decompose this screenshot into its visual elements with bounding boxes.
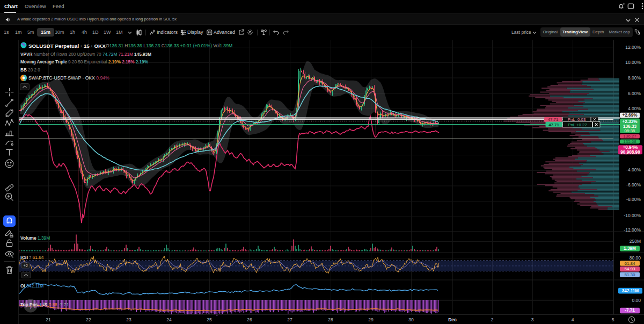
svg-text:28: 28 — [328, 317, 333, 322]
svg-text:BB 20 2 0: BB 20 2 0 — [20, 68, 40, 73]
svg-text:25: 25 — [207, 317, 212, 322]
svg-text:136.27: 136.27 — [623, 134, 636, 139]
svg-text:1.39M: 1.39M — [624, 246, 636, 251]
svg-text:PnL -0.03: PnL -0.03 — [568, 117, 586, 122]
svg-text:135.68: 135.68 — [623, 139, 636, 144]
svg-text:21: 21 — [46, 317, 51, 322]
svg-text:Dec: Dec — [448, 317, 457, 322]
svg-text:0.00: 0.00 — [632, 298, 641, 303]
svg-text:-4.00%: -4.00% — [626, 167, 641, 172]
svg-text:6.00%: 6.00% — [628, 91, 641, 96]
svg-text:61.84: 61.84 — [624, 261, 635, 266]
svg-text:SOLUSDT Perpetual · 15 · OKX: SOLUSDT Perpetual · 15 · OKX — [28, 43, 106, 49]
svg-text:2: 2 — [491, 317, 494, 322]
svg-text:-10.00%: -10.00% — [624, 213, 641, 218]
svg-text:OI 342.11M: OI 342.11M — [20, 283, 43, 289]
svg-text:-6.00%: -6.00% — [626, 182, 641, 188]
svg-text:22: 22 — [86, 317, 91, 322]
svg-text:4.00%: 4.00% — [628, 106, 641, 111]
svg-text:342.11M: 342.11M — [622, 289, 639, 293]
svg-text:47.71: 47.71 — [548, 123, 559, 127]
svg-text:+2.33%: +2.33% — [623, 119, 638, 124]
svg-text:RSI 7 61.84: RSI 7 61.84 — [20, 255, 44, 260]
svg-text:90,908.90: 90,908.90 — [620, 150, 640, 155]
svg-text:-8.00%: -8.00% — [626, 197, 641, 202]
svg-text:250M: 250M — [630, 239, 641, 244]
svg-text:51.30: 51.30 — [624, 272, 635, 277]
svg-text:12.00%: 12.00% — [625, 45, 641, 50]
svg-text:23: 23 — [126, 317, 131, 322]
svg-text:Moving Average Triple 9 20 50: Moving Average Triple 9 20 50 Exponentia… — [20, 60, 149, 64]
svg-text:8.00%: 8.00% — [628, 75, 641, 81]
svg-text:29: 29 — [368, 317, 374, 322]
svg-text:24: 24 — [166, 317, 172, 322]
svg-text:Volume 1.39M: Volume 1.39M — [20, 235, 50, 241]
svg-text:30: 30 — [408, 317, 414, 322]
svg-text:26: 26 — [247, 317, 252, 322]
svg-text:-12.00%: -12.00% — [624, 227, 641, 233]
svg-text:27: 27 — [287, 317, 292, 322]
svg-text:-7.71: -7.71 — [625, 308, 635, 313]
svg-text:+2: +2 — [23, 263, 28, 268]
svg-text:80.00: 80.00 — [630, 255, 641, 261]
svg-text:47.71: 47.71 — [548, 117, 559, 122]
svg-text:10.00%: 10.00% — [625, 60, 641, 65]
svg-text:+2.69%: +2.69% — [623, 113, 638, 118]
svg-text:4: 4 — [572, 317, 574, 322]
svg-text:5: 5 — [612, 317, 614, 322]
svg-text:54.93: 54.93 — [624, 267, 635, 271]
svg-text:VPVR Number Of Rows 200 Up/Dow: VPVR Number Of Rows 200 Up/Down 70 74.72… — [20, 52, 151, 57]
svg-text:Top Pos. L/S 0.88 -7.71: Top Pos. L/S 0.88 -7.71 — [20, 302, 69, 307]
svg-text:SWAP:BTC-USDT-SWAP · OKX 0.94%: SWAP:BTC-USDT-SWAP · OKX 0.94% — [28, 75, 109, 81]
svg-text:O136.31 H136.36 L136.23 C13: O136.31 H136.36 L136.23 C136.33 +0.01 (+… — [106, 43, 232, 48]
svg-text:3: 3 — [531, 317, 534, 322]
svg-text:PnL +0.22: PnL +0.22 — [568, 123, 587, 127]
svg-text:05:35: 05:35 — [624, 128, 635, 133]
